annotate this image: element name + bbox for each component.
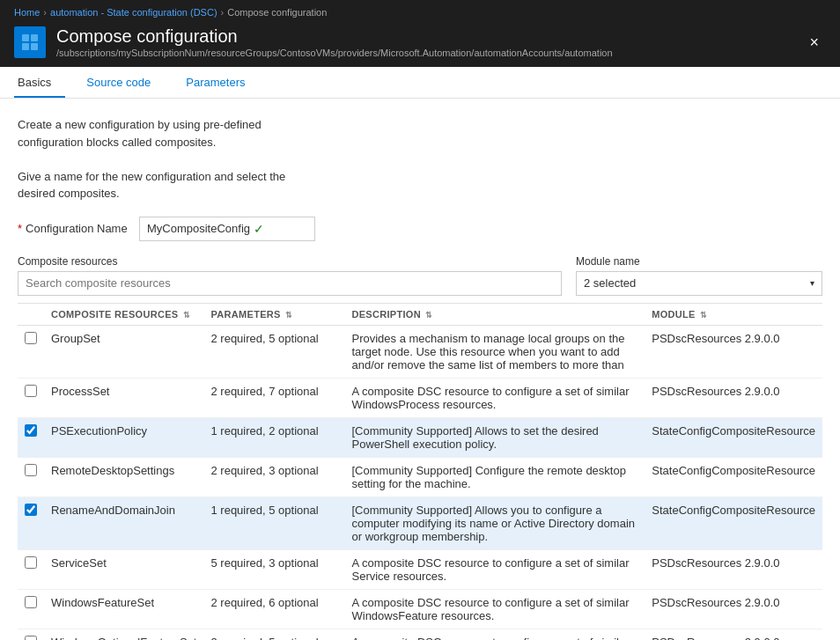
desc-line1: Create a new configuration by using pre-… — [18, 116, 822, 134]
search-row: Composite resources Module name 2 select… — [18, 255, 822, 296]
resources-table: COMPOSITE RESOURCES ⇅ PARAMETERS ⇅ DESCR… — [18, 303, 822, 641]
breadcrumb-current: Compose configuration — [227, 7, 327, 18]
cell-params-4: 1 required, 5 optional — [203, 497, 344, 549]
cell-params-0: 2 required, 5 optional — [203, 325, 344, 378]
svg-rect-1 — [31, 34, 38, 41]
tab-basics[interactable]: Basics — [14, 67, 65, 98]
cell-module-4: StateConfigCompositeResource — [645, 497, 822, 549]
cell-desc-5: A composite DSC resource to configure a … — [344, 549, 645, 589]
cell-desc-2: [Community Supported] Allows to set the … — [344, 417, 645, 457]
cell-module-2: StateConfigCompositeResource — [645, 417, 822, 457]
cell-params-7: 3 required, 5 optional — [203, 629, 344, 640]
sort-resource-icon[interactable]: ⇅ — [183, 311, 190, 320]
cell-module-6: PSDscResources 2.9.0.0 — [645, 589, 822, 629]
cell-module-7: PSDscResources 2.9.0.0 — [645, 629, 822, 640]
module-dropdown[interactable]: 2 selected ▾ — [576, 271, 822, 296]
main-content: Create a new configuration by using pre-… — [0, 99, 840, 640]
desc-line4: Give a name for the new configuration an… — [18, 168, 822, 186]
col-header-resource: COMPOSITE RESOURCES ⇅ — [44, 303, 203, 325]
table-header-row: COMPOSITE RESOURCES ⇅ PARAMETERS ⇅ DESCR… — [18, 303, 822, 325]
table-row: RenameAndDomainJoin1 required, 5 optiona… — [18, 497, 822, 549]
search-col: Composite resources — [18, 255, 562, 296]
cell-resource-1: ProcessSet — [44, 378, 203, 417]
required-star: * — [18, 222, 22, 235]
compose-icon — [14, 26, 46, 58]
table-row: ProcessSet2 required, 7 optionalA compos… — [18, 378, 822, 417]
svg-rect-2 — [22, 43, 29, 50]
cell-params-6: 2 required, 6 optional — [203, 589, 344, 629]
composite-resources-label: Composite resources — [18, 255, 562, 268]
cell-module-1: PSDscResources 2.9.0.0 — [645, 378, 822, 417]
module-col: Module name 2 selected ▾ — [576, 255, 822, 296]
desc-line2: configuration blocks called composites. — [18, 134, 822, 151]
breadcrumb: Home › automation - State configuration … — [0, 0, 840, 21]
row-checkbox-4[interactable] — [25, 504, 37, 516]
config-name-label: * Configuration Name — [18, 222, 132, 235]
breadcrumb-sep2: › — [221, 7, 225, 18]
tab-bar: Basics Source code Parameters — [0, 67, 840, 99]
cell-params-2: 1 required, 2 optional — [203, 417, 344, 457]
description-block: Create a new configuration by using pre-… — [18, 116, 822, 202]
chevron-down-icon: ▾ — [810, 278, 814, 288]
search-section: Composite resources Module name 2 select… — [18, 255, 822, 296]
module-name-label: Module name — [576, 255, 822, 268]
breadcrumb-automation[interactable]: automation - State configuration (DSC) — [50, 7, 217, 18]
col-header-checkbox — [18, 303, 44, 325]
sort-params-icon[interactable]: ⇅ — [285, 311, 292, 320]
module-selected-text: 2 selected — [584, 276, 636, 290]
col-header-module: MODULE ⇅ — [645, 303, 822, 325]
cell-desc-1: A composite DSC resource to configure a … — [344, 378, 645, 417]
cell-params-3: 2 required, 3 optional — [203, 457, 344, 497]
cell-resource-2: PSExecutionPolicy — [44, 417, 203, 457]
cell-resource-3: RemoteDesktopSettings — [44, 457, 203, 497]
cell-desc-3: [Community Supported] Configure the remo… — [344, 457, 645, 497]
desc-line5: desired composites. — [18, 185, 822, 202]
cell-resource-4: RenameAndDomainJoin — [44, 497, 203, 549]
cell-desc-6: A composite DSC resource to configure a … — [344, 589, 645, 629]
header-title-block: Compose configuration /subscriptions/myS… — [56, 26, 792, 58]
search-input[interactable] — [18, 271, 562, 296]
cell-params-5: 5 required, 3 optional — [203, 549, 344, 589]
cell-desc-0: Provides a mechanism to manage local gro… — [344, 325, 645, 378]
cell-module-3: StateConfigCompositeResource — [645, 457, 822, 497]
config-name-row: * Configuration Name MyCompositeConfig ✓ — [18, 217, 822, 241]
page-subtitle: /subscriptions/mySubscriptionNum/resourc… — [56, 48, 792, 58]
col-header-params: PARAMETERS ⇅ — [203, 303, 344, 325]
svg-rect-0 — [22, 34, 29, 41]
table-row: GroupSet2 required, 5 optionalProvides a… — [18, 325, 822, 378]
sort-module-icon[interactable]: ⇅ — [700, 311, 707, 320]
cell-module-5: PSDscResources 2.9.0.0 — [645, 549, 822, 589]
tab-source-code[interactable]: Source code — [83, 67, 165, 98]
row-checkbox-5[interactable] — [25, 556, 37, 569]
row-checkbox-1[interactable] — [25, 385, 37, 397]
table-row: PSExecutionPolicy1 required, 2 optional[… — [18, 417, 822, 457]
check-icon: ✓ — [254, 222, 264, 236]
config-name-input[interactable]: MyCompositeConfig ✓ — [139, 217, 315, 241]
row-checkbox-0[interactable] — [25, 332, 37, 344]
table-row: ServiceSet5 required, 3 optionalA compos… — [18, 549, 822, 589]
cell-module-0: PSDscResources 2.9.0.0 — [645, 325, 822, 378]
breadcrumb-home[interactable]: Home — [14, 7, 40, 18]
table-row: RemoteDesktopSettings2 required, 3 optio… — [18, 457, 822, 497]
config-name-text: Configuration Name — [26, 222, 128, 235]
header: Home › automation - State configuration … — [0, 0, 840, 67]
tab-parameters[interactable]: Parameters — [182, 67, 259, 98]
header-main: Compose configuration /subscriptions/myS… — [0, 21, 840, 67]
table-row: WindowsOptionalFeatureSet3 required, 5 o… — [18, 629, 822, 640]
cell-resource-7: WindowsOptionalFeatureSet — [44, 629, 203, 640]
page-title: Compose configuration — [56, 26, 792, 47]
svg-rect-3 — [31, 43, 38, 50]
config-name-value: MyCompositeConfig — [147, 222, 250, 235]
sort-desc-icon[interactable]: ⇅ — [425, 311, 432, 320]
row-checkbox-7[interactable] — [25, 636, 37, 641]
row-checkbox-3[interactable] — [25, 464, 37, 476]
table-row: WindowsFeatureSet2 required, 6 optionalA… — [18, 589, 822, 629]
cell-desc-4: [Community Supported] Allows you to conf… — [344, 497, 645, 549]
cell-params-1: 2 required, 7 optional — [203, 378, 344, 417]
row-checkbox-6[interactable] — [25, 596, 37, 608]
cell-desc-7: A composite DSC resource to configure a … — [344, 629, 645, 640]
row-checkbox-2[interactable] — [25, 424, 37, 437]
col-header-desc: DESCRIPTION ⇅ — [344, 303, 645, 325]
cell-resource-5: ServiceSet — [44, 549, 203, 589]
close-button[interactable]: × — [802, 30, 826, 55]
